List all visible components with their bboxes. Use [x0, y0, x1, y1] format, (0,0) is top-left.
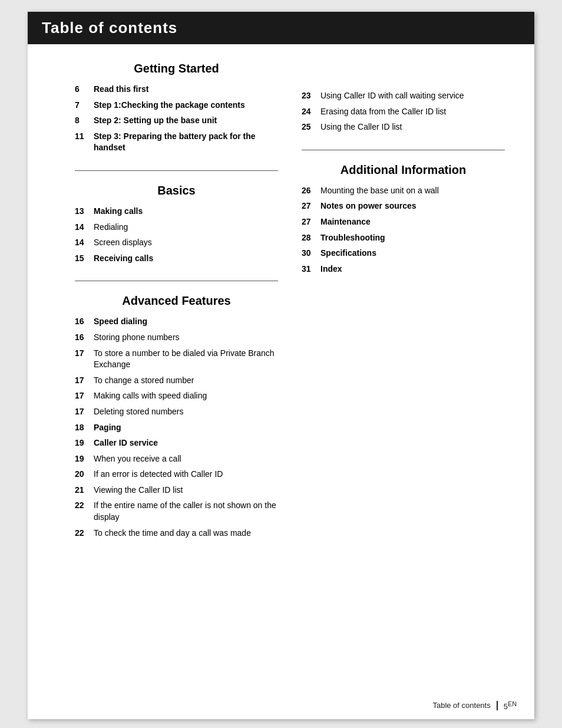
page-title: Table of contents	[42, 19, 520, 37]
list-item: 28 Troubleshooting	[302, 232, 505, 244]
list-item: 27 Notes on power sources	[302, 200, 505, 212]
content-area: Getting Started 6 Read this first 7 Step…	[28, 62, 534, 579]
list-item: 14 Screen displays	[75, 237, 278, 249]
list-item: 17 Deleting stored numbers	[75, 406, 278, 418]
list-item: 21 Viewing the Caller ID list	[75, 485, 278, 496]
section-basics: Basics 13 Making calls 14 Redialing 14 S…	[75, 184, 278, 264]
list-item: 22 If the entire name of the caller is n…	[75, 500, 278, 523]
list-item: 6 Read this first	[75, 84, 278, 95]
right-column: 23 Using Caller ID with call waiting ser…	[302, 62, 505, 555]
list-item: 15 Receiving calls	[75, 253, 278, 265]
left-column: Getting Started 6 Read this first 7 Step…	[75, 62, 278, 555]
list-item: 18 Paging	[75, 422, 278, 434]
list-item: 8 Step 2: Setting up the base unit	[75, 115, 278, 127]
list-item: 17 To store a number to be dialed via Pr…	[75, 348, 278, 371]
list-item: 24 Erasing data from the Caller ID list	[302, 106, 505, 118]
list-item: 19 When you receive a call	[75, 453, 278, 465]
list-item: 26 Mounting the base unit on a wall	[302, 185, 505, 197]
section-title-getting-started: Getting Started	[75, 62, 278, 75]
footer-label: Table of contents	[432, 701, 490, 710]
list-item: 16 Speed dialing	[75, 316, 278, 328]
footer-divider	[497, 701, 498, 710]
list-item: 17 To change a stored number	[75, 375, 278, 387]
footer-superscript: EN	[508, 700, 517, 707]
section-title-additional-information: Additional Information	[302, 163, 505, 177]
section-title-advanced-features: Advanced Features	[75, 294, 278, 308]
section-divider	[75, 281, 278, 281]
list-item: 30 Specifications	[302, 248, 505, 259]
section-caller-id-continued: 23 Using Caller ID with call waiting ser…	[302, 62, 505, 133]
list-item: 11 Step 3: Preparing the battery pack fo…	[75, 131, 278, 154]
section-additional-information: Additional Information 26 Mounting the b…	[302, 163, 505, 275]
list-item: 27 Maintenance	[302, 216, 505, 228]
list-item: 23 Using Caller ID with call waiting ser…	[302, 90, 505, 102]
footer-page: 5EN	[504, 700, 517, 711]
section-getting-started: Getting Started 6 Read this first 7 Step…	[75, 62, 278, 154]
list-item: 14 Redialing	[75, 222, 278, 233]
list-item: 19 Caller ID service	[75, 437, 278, 449]
section-advanced-features: Advanced Features 16 Speed dialing 16 St…	[75, 294, 278, 539]
list-item: 13 Making calls	[75, 206, 278, 218]
list-item: 16 Storing phone numbers	[75, 332, 278, 344]
list-item: 25 Using the Caller ID list	[302, 121, 505, 133]
list-item: 7 Step 1:Checking the package contents	[75, 100, 278, 111]
section-title-basics: Basics	[75, 184, 278, 197]
list-item: 22 To check the time and day a call was …	[75, 528, 278, 539]
list-item: 31 Index	[302, 263, 505, 275]
page: Table of contents Getting Started 6 Read…	[28, 12, 534, 719]
section-divider	[302, 150, 505, 150]
list-item: 20 If an error is detected with Caller I…	[75, 469, 278, 480]
section-divider	[75, 170, 278, 171]
footer: Table of contents 5EN	[432, 700, 517, 711]
header-bar: Table of contents	[28, 12, 534, 44]
list-item: 17 Making calls with speed dialing	[75, 390, 278, 402]
